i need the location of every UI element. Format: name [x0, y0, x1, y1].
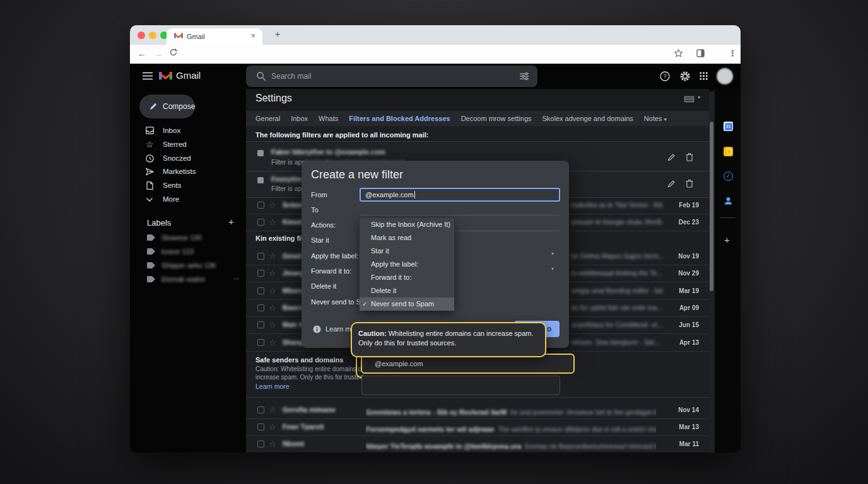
- menu-item-star-it[interactable]: Star it: [360, 245, 454, 258]
- row-checkbox[interactable]: [257, 253, 264, 260]
- label-item[interactable]: Shipper aeko 136: [161, 262, 216, 269]
- apply-label-dropdown-icon[interactable]: ▾: [551, 251, 554, 256]
- row-star-icon[interactable]: ☆: [269, 304, 276, 312]
- row-star-icon[interactable]: ☆: [269, 423, 276, 431]
- close-window-button[interactable]: [138, 32, 145, 39]
- row-checkbox[interactable]: [257, 270, 264, 277]
- row-date: Dec 23: [662, 219, 699, 226]
- label-item[interactable]: Stowese 130: [161, 234, 202, 241]
- sidebar-item-starred[interactable]: Sterred: [163, 141, 187, 148]
- edit-filter-button[interactable]: [667, 153, 676, 161]
- label-item[interactable]: Elsmab waitre: [161, 275, 205, 283]
- tab-whats[interactable]: Whats: [319, 111, 338, 128]
- safe-senders-textarea[interactable]: [361, 376, 560, 395]
- keep-icon[interactable]: [724, 147, 733, 156]
- hamburger-menu-icon[interactable]: [143, 72, 153, 80]
- menu-item-forward[interactable]: Forward it to:: [360, 271, 454, 284]
- tab-notes[interactable]: Notes ▾: [644, 111, 667, 128]
- tab-skolex[interactable]: Skolex advenge and domains: [542, 111, 633, 128]
- row-star-icon[interactable]: ☆: [269, 287, 276, 295]
- row-checkbox[interactable]: [257, 219, 264, 226]
- input-tools-dropdown-icon[interactable]: ▾: [698, 95, 700, 100]
- sidebar-item-snoozed[interactable]: Snoczed: [163, 154, 191, 162]
- input-tools-keyboard-icon[interactable]: [684, 96, 695, 103]
- row-star-icon[interactable]: ☆: [269, 406, 276, 414]
- menu-item-apply-label[interactable]: Apply the label:: [360, 258, 454, 271]
- row-checkbox[interactable]: [257, 339, 264, 346]
- mail-row[interactable]: ☆ Gerofta mimane Greentews a tertera - S…: [246, 401, 709, 419]
- tab-inbox[interactable]: Inbox: [291, 111, 308, 128]
- filter-checkbox[interactable]: [257, 150, 264, 156]
- edit-filter-button[interactable]: [667, 180, 676, 188]
- delete-filter-button[interactable]: [686, 153, 693, 161]
- tab-general[interactable]: General: [255, 111, 280, 128]
- search-options-icon[interactable]: [520, 72, 529, 81]
- row-checkbox[interactable]: [257, 406, 264, 413]
- minimize-window-button[interactable]: [149, 32, 156, 39]
- tasks-icon[interactable]: ✓: [724, 171, 733, 181]
- new-tab-button[interactable]: +: [275, 29, 280, 39]
- tab-close-icon[interactable]: ×: [251, 32, 255, 40]
- menu-item-delete[interactable]: Delete it: [360, 284, 454, 297]
- row-star-icon[interactable]: ☆: [269, 269, 276, 277]
- label-item[interactable]: koave 123: [161, 248, 194, 255]
- account-avatar[interactable]: [717, 68, 733, 84]
- row-star-icon[interactable]: ☆: [269, 440, 276, 448]
- row-star-icon[interactable]: ☆: [269, 338, 276, 347]
- menu-item-skip-inbox[interactable]: Skip the Inbox (Archive It): [360, 218, 454, 231]
- mail-row[interactable]: ☆ Fewr Tparvti Forsempedgyd earmets ter …: [246, 418, 709, 436]
- calendar-icon[interactable]: 31: [724, 122, 733, 131]
- row-snippet: setgrp anal Banding editor - bd...: [572, 287, 664, 294]
- bookmark-star-icon[interactable]: [674, 49, 683, 58]
- to-input[interactable]: [360, 215, 560, 216]
- sidebar-item-inbox[interactable]: Inbox: [163, 127, 180, 134]
- tab-decoom[interactable]: Decoom mrow settings: [461, 111, 532, 128]
- row-star-icon[interactable]: ☆: [269, 321, 276, 329]
- row-star-icon[interactable]: ☆: [269, 201, 276, 209]
- search-bar[interactable]: Search mail: [246, 66, 537, 87]
- back-button[interactable]: ←: [138, 49, 146, 59]
- sidebar-item-sents[interactable]: Sents: [163, 182, 181, 189]
- row-snippet: anpetbiaus for Combttead -vt...: [572, 321, 664, 328]
- actions-input[interactable]: [453, 231, 560, 231]
- label-tag-icon: [147, 234, 156, 241]
- star-it-label: Star it: [311, 236, 329, 244]
- compose-button[interactable]: Compose: [139, 95, 195, 118]
- filter-checkbox[interactable]: [257, 177, 264, 183]
- reload-button[interactable]: [169, 48, 178, 57]
- info-icon: [313, 325, 321, 333]
- row-snippet: ethsrm. Sew blergturm - Std...: [572, 338, 664, 346]
- side-panel-icon[interactable]: [696, 49, 705, 57]
- add-label-button[interactable]: +: [228, 216, 234, 227]
- tab-filters-blocked[interactable]: Filters and Blocked Addresses: [349, 111, 450, 128]
- apply-label-label: Apply the label:: [311, 252, 358, 260]
- row-checkbox[interactable]: [257, 287, 264, 294]
- row-checkbox[interactable]: [257, 424, 264, 430]
- row-checkbox[interactable]: [257, 202, 264, 209]
- scrollbar-thumb[interactable]: [710, 122, 713, 291]
- row-checkbox[interactable]: [257, 441, 264, 447]
- row-star-icon[interactable]: ☆: [269, 252, 276, 260]
- learn-more-link[interactable]: Learn more: [255, 383, 290, 390]
- row-star-icon[interactable]: ☆: [269, 218, 276, 226]
- menu-item-mark-read[interactable]: Mark as read: [360, 231, 454, 245]
- forward-dropdown-icon[interactable]: ▾: [551, 266, 554, 272]
- delete-filter-button[interactable]: [686, 179, 693, 188]
- scrollbar-track[interactable]: [709, 91, 714, 452]
- apps-grid-icon[interactable]: [700, 72, 708, 80]
- forward-button[interactable]: →: [154, 49, 163, 59]
- mail-row[interactable]: ☆ Nbvmt fdwyer TieTenpfa wvampfe in @lwe…: [246, 435, 709, 452]
- browser-menu-icon[interactable]: ⋮: [729, 49, 737, 58]
- row-checkbox[interactable]: [257, 321, 264, 328]
- browser-tab-gmail[interactable]: Gmail ×: [167, 28, 262, 45]
- from-input[interactable]: @example.com: [360, 188, 560, 202]
- settings-gear-icon[interactable]: [679, 71, 691, 82]
- sidebar-item-more[interactable]: More: [163, 195, 179, 203]
- get-addons-button[interactable]: +: [724, 234, 730, 245]
- row-checkbox[interactable]: [257, 304, 264, 311]
- menu-item-never-spam[interactable]: ✓ Never send to Spam: [360, 297, 454, 311]
- help-icon[interactable]: ?: [660, 71, 670, 81]
- contacts-icon[interactable]: [724, 196, 733, 205]
- sidebar-item-marketists[interactable]: Marketists: [163, 168, 196, 175]
- chevron-down-icon: [146, 197, 153, 202]
